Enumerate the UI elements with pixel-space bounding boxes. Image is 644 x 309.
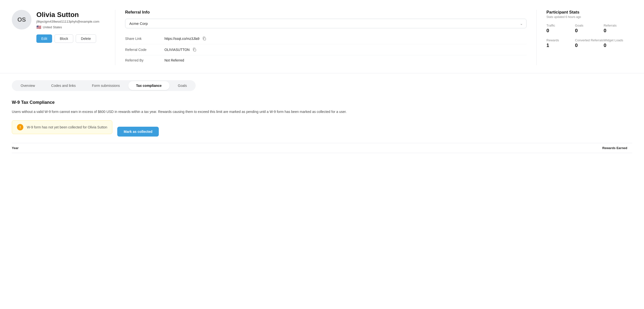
notice-text: W-9 form has not yet been collected for … [27, 125, 107, 129]
tax-compliance-content: W-9 Tax Compliance Users without a valid… [0, 91, 644, 162]
flag-icon: 🇺🇸 [36, 25, 41, 30]
stats-title: Participant Stats [546, 10, 632, 15]
referral-info-panel: Referral Info Acme Corp ⌄ Share Link htt… [125, 10, 526, 65]
svg-rect-1 [194, 49, 196, 51]
warning-icon: ! [17, 124, 23, 130]
copy-referral-code-icon[interactable] [192, 47, 197, 52]
avatar-initials: OS [18, 16, 26, 23]
stat-rewards: Rewards 1 [546, 38, 575, 48]
share-link-label: Share Link [125, 37, 164, 41]
notice-row: ! W-9 form has not yet been collected fo… [12, 120, 632, 143]
tabs-section: Overview Codes and links Form submission… [0, 73, 644, 91]
referral-code-row: Referral Code OLIVIASUTTON [125, 44, 526, 55]
tab-goals[interactable]: Goals [170, 81, 195, 90]
copy-share-link-icon[interactable] [202, 36, 207, 41]
stat-traffic: Traffic 0 [546, 24, 575, 34]
profile-country: 🇺🇸 United States [36, 25, 99, 30]
stat-converted-referrals: Converted Referrals 0 [575, 38, 604, 48]
tax-compliance-title: W-9 Tax Compliance [12, 100, 632, 105]
referred-by-label: Referred By [125, 58, 164, 62]
vertical-divider-1 [115, 10, 115, 65]
referral-code-value: OLIVIASUTTON [164, 47, 197, 52]
tab-overview[interactable]: Overview [13, 81, 43, 90]
profile-name: Olivia Sutton [36, 11, 99, 19]
stat-referrals: Referrals 0 [604, 24, 632, 34]
tab-form-submissions[interactable]: Form submissions [84, 81, 128, 90]
participant-stats-panel: Participant Stats Stats updated 6 hours … [546, 10, 632, 48]
vertical-divider-2 [536, 10, 536, 65]
block-button[interactable]: Block [54, 35, 73, 43]
share-link-value: https://ssqt.co/mz3Jla9 [164, 36, 207, 41]
share-link-row: Share Link https://ssqt.co/mz3Jla9 [125, 33, 526, 44]
program-select[interactable]: Acme Corp [125, 19, 526, 28]
referred-by-value: Not Referred [164, 58, 184, 62]
tabs-bar: Overview Codes and links Form submission… [12, 80, 196, 91]
avatar: OS [12, 10, 32, 30]
tab-codes-links[interactable]: Codes and links [43, 81, 84, 90]
referral-code-label: Referral Code [125, 48, 164, 52]
stat-widget-loads: Widget Loads 0 [604, 38, 632, 48]
stats-updated: Stats updated 6 hours ago [546, 15, 632, 19]
stat-goals: Goals 0 [575, 24, 604, 34]
mark-as-collected-button[interactable]: Mark as collected [117, 127, 159, 137]
program-select-wrapper[interactable]: Acme Corp ⌄ [125, 19, 526, 28]
tax-compliance-description: Users without a valid W-9 form cannot ea… [12, 109, 356, 114]
referral-info-title: Referral Info [125, 10, 526, 15]
rewards-earned-column-header: Rewards Earned [320, 146, 632, 150]
referred-by-row: Referred By Not Referred [125, 55, 526, 65]
tab-tax-compliance[interactable]: Tax compliance [128, 81, 170, 90]
table-header: Year Rewards Earned [12, 143, 632, 153]
notice-bar: ! W-9 form has not yet been collected fo… [12, 120, 112, 134]
year-column-header: Year [12, 146, 320, 150]
svg-rect-0 [204, 38, 206, 40]
delete-button[interactable]: Delete [76, 35, 96, 43]
edit-button[interactable]: Edit [36, 35, 52, 43]
profile-email: j9lqxclgm439wssl11113phyh@example.com [36, 20, 99, 23]
stats-grid: Traffic 0 Goals 0 Referrals 0 Rewards 1 … [546, 24, 632, 48]
